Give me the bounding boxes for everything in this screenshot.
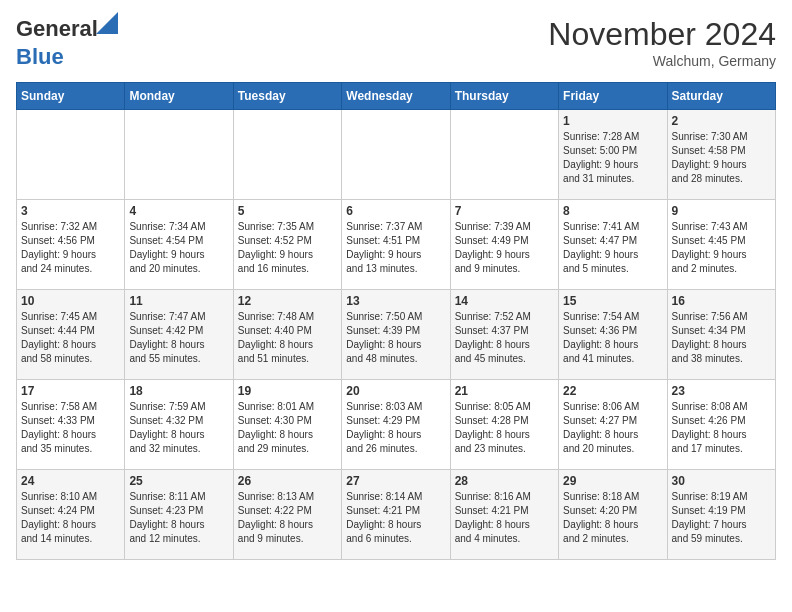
calendar-cell-w1-d5: 8Sunrise: 7:41 AM Sunset: 4:47 PM Daylig… [559,200,667,290]
day-number: 25 [129,474,228,488]
day-number: 5 [238,204,337,218]
day-number: 13 [346,294,445,308]
calendar-cell-w4-d1: 25Sunrise: 8:11 AM Sunset: 4:23 PM Dayli… [125,470,233,560]
day-info: Sunrise: 8:14 AM Sunset: 4:21 PM Dayligh… [346,490,445,546]
calendar-cell-w0-d6: 2Sunrise: 7:30 AM Sunset: 4:58 PM Daylig… [667,110,775,200]
weekday-header-sunday: Sunday [17,83,125,110]
day-info: Sunrise: 8:13 AM Sunset: 4:22 PM Dayligh… [238,490,337,546]
day-number: 23 [672,384,771,398]
calendar-cell-w4-d2: 26Sunrise: 8:13 AM Sunset: 4:22 PM Dayli… [233,470,341,560]
calendar-cell-w2-d5: 15Sunrise: 7:54 AM Sunset: 4:36 PM Dayli… [559,290,667,380]
calendar-cell-w2-d3: 13Sunrise: 7:50 AM Sunset: 4:39 PM Dayli… [342,290,450,380]
day-info: Sunrise: 7:47 AM Sunset: 4:42 PM Dayligh… [129,310,228,366]
weekday-header-wednesday: Wednesday [342,83,450,110]
day-number: 3 [21,204,120,218]
day-number: 30 [672,474,771,488]
calendar-header: SundayMondayTuesdayWednesdayThursdayFrid… [17,83,776,110]
calendar-table: SundayMondayTuesdayWednesdayThursdayFrid… [16,82,776,560]
day-info: Sunrise: 8:19 AM Sunset: 4:19 PM Dayligh… [672,490,771,546]
day-info: Sunrise: 7:52 AM Sunset: 4:37 PM Dayligh… [455,310,554,366]
day-number: 19 [238,384,337,398]
day-info: Sunrise: 7:30 AM Sunset: 4:58 PM Dayligh… [672,130,771,186]
calendar-cell-w4-d0: 24Sunrise: 8:10 AM Sunset: 4:24 PM Dayli… [17,470,125,560]
day-number: 21 [455,384,554,398]
calendar-cell-w1-d6: 9Sunrise: 7:43 AM Sunset: 4:45 PM Daylig… [667,200,775,290]
calendar-cell-w3-d2: 19Sunrise: 8:01 AM Sunset: 4:30 PM Dayli… [233,380,341,470]
weekday-header-thursday: Thursday [450,83,558,110]
day-number: 10 [21,294,120,308]
day-number: 17 [21,384,120,398]
day-info: Sunrise: 7:59 AM Sunset: 4:32 PM Dayligh… [129,400,228,456]
weekday-header-saturday: Saturday [667,83,775,110]
svg-marker-0 [96,12,118,34]
calendar-cell-w1-d0: 3Sunrise: 7:32 AM Sunset: 4:56 PM Daylig… [17,200,125,290]
day-info: Sunrise: 7:45 AM Sunset: 4:44 PM Dayligh… [21,310,120,366]
calendar-cell-w0-d2 [233,110,341,200]
day-info: Sunrise: 7:48 AM Sunset: 4:40 PM Dayligh… [238,310,337,366]
calendar-cell-w0-d0 [17,110,125,200]
calendar-cell-w0-d1 [125,110,233,200]
day-number: 16 [672,294,771,308]
title-block: November 2024 Walchum, Germany [548,16,776,69]
calendar-cell-w4-d3: 27Sunrise: 8:14 AM Sunset: 4:21 PM Dayli… [342,470,450,560]
day-number: 2 [672,114,771,128]
day-number: 27 [346,474,445,488]
day-info: Sunrise: 8:16 AM Sunset: 4:21 PM Dayligh… [455,490,554,546]
day-number: 18 [129,384,228,398]
day-number: 4 [129,204,228,218]
day-number: 6 [346,204,445,218]
day-number: 22 [563,384,662,398]
logo: General Blue [16,16,98,70]
day-number: 14 [455,294,554,308]
calendar-cell-w3-d6: 23Sunrise: 8:08 AM Sunset: 4:26 PM Dayli… [667,380,775,470]
page-header: General Blue November 2024 Walchum, Germ… [16,16,776,70]
day-number: 9 [672,204,771,218]
calendar-cell-w2-d2: 12Sunrise: 7:48 AM Sunset: 4:40 PM Dayli… [233,290,341,380]
day-number: 15 [563,294,662,308]
calendar-cell-w3-d0: 17Sunrise: 7:58 AM Sunset: 4:33 PM Dayli… [17,380,125,470]
calendar-cell-w0-d5: 1Sunrise: 7:28 AM Sunset: 5:00 PM Daylig… [559,110,667,200]
day-info: Sunrise: 7:41 AM Sunset: 4:47 PM Dayligh… [563,220,662,276]
day-info: Sunrise: 8:10 AM Sunset: 4:24 PM Dayligh… [21,490,120,546]
day-number: 8 [563,204,662,218]
day-info: Sunrise: 8:01 AM Sunset: 4:30 PM Dayligh… [238,400,337,456]
day-info: Sunrise: 7:56 AM Sunset: 4:34 PM Dayligh… [672,310,771,366]
day-info: Sunrise: 8:06 AM Sunset: 4:27 PM Dayligh… [563,400,662,456]
logo-icon [96,12,118,34]
calendar-cell-w0-d4 [450,110,558,200]
calendar-cell-w4-d5: 29Sunrise: 8:18 AM Sunset: 4:20 PM Dayli… [559,470,667,560]
calendar-cell-w2-d0: 10Sunrise: 7:45 AM Sunset: 4:44 PM Dayli… [17,290,125,380]
calendar-cell-w2-d4: 14Sunrise: 7:52 AM Sunset: 4:37 PM Dayli… [450,290,558,380]
calendar-cell-w3-d1: 18Sunrise: 7:59 AM Sunset: 4:32 PM Dayli… [125,380,233,470]
day-info: Sunrise: 7:54 AM Sunset: 4:36 PM Dayligh… [563,310,662,366]
day-info: Sunrise: 7:50 AM Sunset: 4:39 PM Dayligh… [346,310,445,366]
day-info: Sunrise: 7:35 AM Sunset: 4:52 PM Dayligh… [238,220,337,276]
day-info: Sunrise: 8:18 AM Sunset: 4:20 PM Dayligh… [563,490,662,546]
day-number: 24 [21,474,120,488]
calendar-cell-w3-d4: 21Sunrise: 8:05 AM Sunset: 4:28 PM Dayli… [450,380,558,470]
calendar-cell-w4-d4: 28Sunrise: 8:16 AM Sunset: 4:21 PM Dayli… [450,470,558,560]
day-number: 11 [129,294,228,308]
logo-general: General [16,16,98,41]
logo-blue: Blue [16,44,98,70]
day-number: 7 [455,204,554,218]
day-info: Sunrise: 8:05 AM Sunset: 4:28 PM Dayligh… [455,400,554,456]
location-text: Walchum, Germany [548,53,776,69]
day-info: Sunrise: 7:28 AM Sunset: 5:00 PM Dayligh… [563,130,662,186]
day-info: Sunrise: 7:43 AM Sunset: 4:45 PM Dayligh… [672,220,771,276]
month-title: November 2024 [548,16,776,53]
day-info: Sunrise: 8:03 AM Sunset: 4:29 PM Dayligh… [346,400,445,456]
day-number: 1 [563,114,662,128]
day-number: 28 [455,474,554,488]
day-info: Sunrise: 7:32 AM Sunset: 4:56 PM Dayligh… [21,220,120,276]
calendar-cell-w1-d3: 6Sunrise: 7:37 AM Sunset: 4:51 PM Daylig… [342,200,450,290]
day-info: Sunrise: 8:08 AM Sunset: 4:26 PM Dayligh… [672,400,771,456]
calendar-cell-w3-d3: 20Sunrise: 8:03 AM Sunset: 4:29 PM Dayli… [342,380,450,470]
calendar-cell-w4-d6: 30Sunrise: 8:19 AM Sunset: 4:19 PM Dayli… [667,470,775,560]
weekday-header-monday: Monday [125,83,233,110]
calendar-cell-w1-d2: 5Sunrise: 7:35 AM Sunset: 4:52 PM Daylig… [233,200,341,290]
day-info: Sunrise: 7:37 AM Sunset: 4:51 PM Dayligh… [346,220,445,276]
day-info: Sunrise: 7:39 AM Sunset: 4:49 PM Dayligh… [455,220,554,276]
day-number: 20 [346,384,445,398]
calendar-cell-w2-d6: 16Sunrise: 7:56 AM Sunset: 4:34 PM Dayli… [667,290,775,380]
